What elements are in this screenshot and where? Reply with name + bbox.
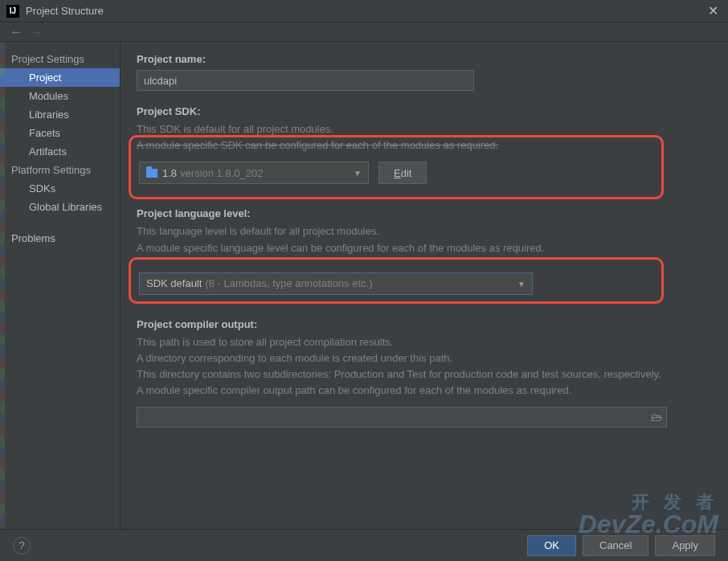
project-sdk-label: Project SDK: <box>137 105 712 117</box>
language-level-label: Project language level: <box>137 207 712 219</box>
edit-sdk-button[interactable]: Edit <box>378 162 427 184</box>
chevron-down-icon: ▼ <box>517 279 526 288</box>
project-name-label: Project name: <box>137 53 712 65</box>
main-panel: Project name: Project SDK: This SDK is d… <box>121 42 728 529</box>
compiler-output-desc4: A module specific compiler output path c… <box>137 383 712 398</box>
annotation-box-language: SDK default (8 - Lambdas, type annotatio… <box>129 257 664 304</box>
help-button[interactable]: ? <box>13 537 31 555</box>
ok-button[interactable]: OK <box>527 535 576 556</box>
project-name-input[interactable] <box>137 70 474 91</box>
compiler-output-desc1: This path is used to store all project c… <box>137 335 712 350</box>
project-name-section: Project name: <box>137 53 712 91</box>
close-icon[interactable]: ✕ <box>705 3 722 18</box>
title-bar: IJ Project Structure ✕ <box>0 0 728 23</box>
language-level-section: Project language level: This language le… <box>137 207 712 303</box>
nav-bar: ← → <box>0 23 728 42</box>
cancel-button[interactable]: Cancel <box>583 535 648 556</box>
sidebar-item-sdks[interactable]: SDKs <box>0 179 120 198</box>
language-level-desc1: This language level is default for all p… <box>137 224 712 239</box>
sidebar-item-libraries[interactable]: Libraries <box>0 105 120 124</box>
language-level-dropdown[interactable]: SDK default (8 - Lambdas, type annotatio… <box>139 272 533 295</box>
sidebar-item-problems[interactable]: Problems <box>0 229 120 248</box>
sidebar-header-project-settings: Project Settings <box>0 50 120 68</box>
folder-icon <box>146 169 157 178</box>
sidebar-item-artifacts[interactable]: Artifacts <box>0 142 120 161</box>
compiler-output-label: Project compiler output: <box>137 318 712 330</box>
compiler-output-input[interactable] <box>137 407 667 428</box>
sidebar-item-project[interactable]: Project <box>0 68 120 87</box>
compiler-output-section: Project compiler output: This path is us… <box>137 318 712 428</box>
sidebar: Project Settings Project Modules Librari… <box>0 42 121 529</box>
app-icon: IJ <box>6 5 19 18</box>
chevron-down-icon: ▼ <box>354 169 362 178</box>
window-title: Project Structure <box>26 5 705 17</box>
sdk-dropdown-value: 1.8 <box>162 167 177 179</box>
sidebar-item-modules[interactable]: Modules <box>0 87 120 105</box>
compiler-output-desc2: A directory corresponding to each module… <box>137 351 712 366</box>
language-dropdown-sub: (8 - Lambdas, type annotations etc.) <box>205 277 372 289</box>
browse-folder-icon[interactable]: 🗁 <box>651 411 662 424</box>
project-sdk-section: Project SDK: This SDK is default for all… <box>137 105 712 199</box>
back-arrow-icon[interactable]: ← <box>10 25 22 39</box>
project-sdk-dropdown[interactable]: 1.8 version 1.8.0_202 ▼ <box>139 162 369 184</box>
language-level-desc2: A module specific language level can be … <box>137 241 712 256</box>
compiler-output-desc3: This directory contains two subdirectori… <box>137 367 712 382</box>
sidebar-item-facets[interactable]: Facets <box>0 124 120 142</box>
apply-button[interactable]: Apply <box>655 535 715 556</box>
sidebar-gutter-icons <box>0 42 5 529</box>
sidebar-item-global-libraries[interactable]: Global Libraries <box>0 198 120 216</box>
sdk-dropdown-version: version 1.8.0_202 <box>180 167 263 179</box>
sidebar-header-platform-settings: Platform Settings <box>0 161 120 179</box>
forward-arrow-icon[interactable]: → <box>31 25 43 39</box>
dialog-footer: ? OK Cancel Apply <box>0 529 728 561</box>
language-dropdown-value: SDK default <box>146 277 202 289</box>
